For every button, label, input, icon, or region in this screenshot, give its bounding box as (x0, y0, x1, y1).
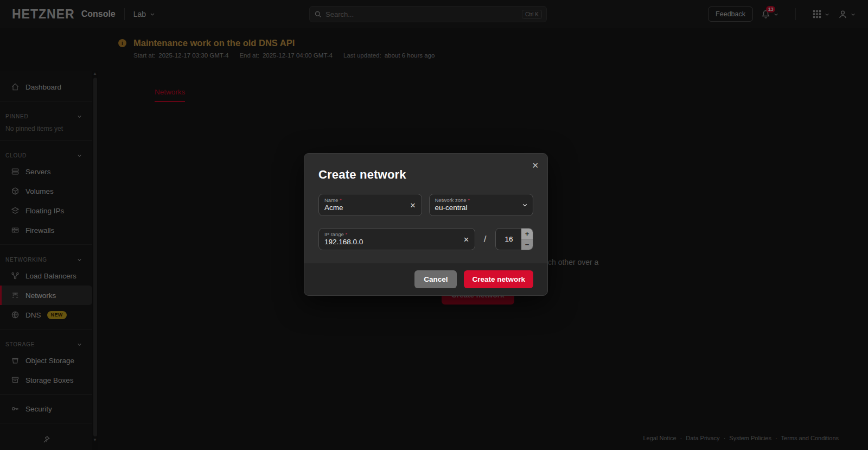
cidr-separator: / (482, 234, 488, 245)
cancel-button[interactable]: Cancel (414, 270, 457, 288)
zone-value: eu-central (435, 204, 528, 212)
prefix-stepper[interactable]: 16 + − (495, 228, 533, 250)
name-label: Name (324, 197, 338, 203)
modal-title: Create network (318, 168, 533, 182)
chevron-down-icon (521, 201, 528, 208)
decrement-button[interactable]: − (521, 239, 533, 250)
ip-range-field[interactable]: IP range * 192.168.0.0 ✕ (318, 228, 475, 250)
clear-name-icon[interactable]: ✕ (410, 201, 416, 210)
clear-ip-icon[interactable]: ✕ (463, 236, 469, 244)
modal-footer: Cancel Create network (304, 263, 547, 295)
hetzner-console-app: HETZNER Console Lab Search... Ctrl K Fee… (0, 0, 868, 450)
required-asterisk: * (345, 231, 347, 237)
ip-value: 192.168.0.0 (324, 238, 469, 246)
create-network-modal: ✕ Create network Name * Acme ✕ Network z… (304, 153, 548, 296)
ip-label: IP range (324, 231, 344, 237)
zone-label: Network zone (435, 197, 467, 203)
create-network-submit-button[interactable]: Create network (464, 270, 533, 288)
increment-button[interactable]: + (521, 229, 533, 239)
name-value: Acme (324, 204, 416, 212)
required-asterisk: * (340, 197, 342, 203)
required-asterisk: * (468, 197, 470, 203)
network-zone-select[interactable]: Network zone * eu-central (429, 194, 534, 216)
close-icon[interactable]: ✕ (532, 161, 539, 169)
prefix-value: 16 (496, 229, 521, 250)
name-field[interactable]: Name * Acme ✕ (318, 194, 422, 216)
